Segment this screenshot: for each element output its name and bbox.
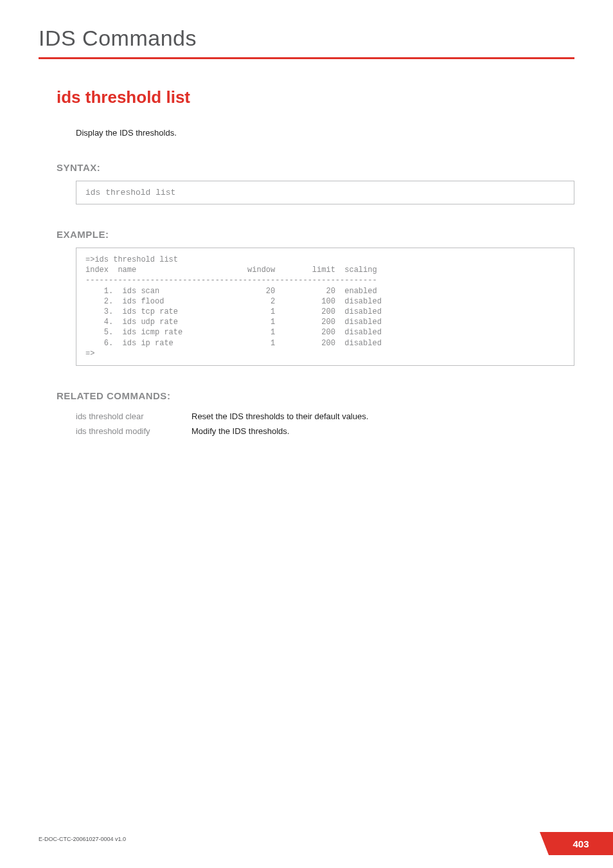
related-command-name: ids threshold modify [76,424,191,439]
related-commands-table: ids threshold clear Reset the IDS thresh… [76,409,368,439]
related-command-name: ids threshold clear [76,409,191,424]
syntax-heading: SYNTAX: [57,162,574,173]
related-command-desc: Modify the IDS thresholds. [191,424,368,439]
syntax-box: ids threshold list [76,181,574,204]
chapter-title: IDS Commands [39,26,574,51]
example-heading: EXAMPLE: [57,229,574,240]
table-row: ids threshold clear Reset the IDS thresh… [76,409,368,424]
section-description: Display the IDS thresholds. [76,128,574,138]
example-box: =>ids threshold list index name window l… [76,248,574,366]
section-title: ids threshold list [57,87,574,107]
horizontal-rule [39,57,574,59]
page-number-badge: 403 [549,832,613,855]
related-commands-heading: RELATED COMMANDS: [57,390,574,401]
page-footer: E-DOC-CTC-20061027-0004 v1.0 403 [39,832,613,850]
content-body: ids threshold list Display the IDS thres… [57,87,574,439]
related-command-desc: Reset the IDS thresholds to their defaul… [191,409,368,424]
table-row: ids threshold modify Modify the IDS thre… [76,424,368,439]
page-number: 403 [573,838,589,849]
document-id: E-DOC-CTC-20061027-0004 v1.0 [39,836,126,842]
